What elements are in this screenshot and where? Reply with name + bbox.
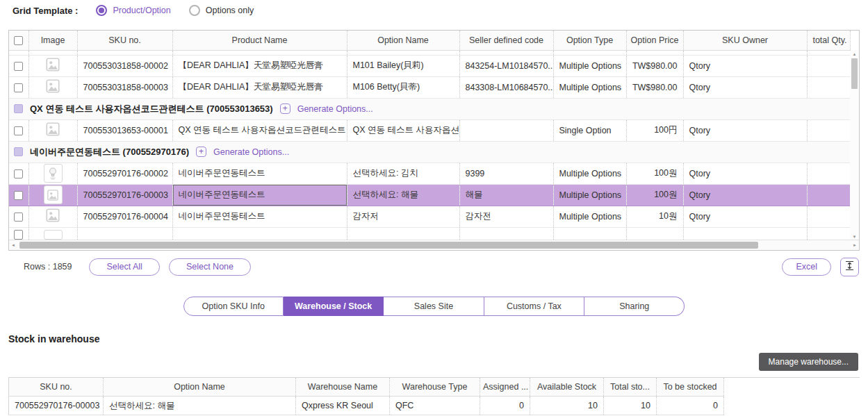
cell-total-stock: 10 (604, 397, 657, 415)
cell-seller-defined-code: 해물 (459, 184, 553, 206)
table-row[interactable]: 700553031858-00002 【DEAR DAHLIA】天堂易塑啞光唇膏… (9, 55, 850, 76)
table-row-selected[interactable]: 700552970176-00003 네이버주문연동테스트 선택하세요: 해물 … (9, 184, 850, 206)
stock-table-row[interactable]: 700552970176-00003 선택하세요: 해물 Qxpress KR … (9, 397, 860, 415)
cell-option-price: TW$980.00 (626, 76, 683, 98)
cell-option-name: 선택하세요: 해물 (104, 397, 296, 415)
tab-customs-tax[interactable]: Customs / Tax (484, 297, 584, 316)
cell-total-qty (807, 163, 850, 184)
cell-product-name: 【DEAR DAHLIA】天堂易塑啞光唇膏 (172, 55, 347, 76)
generate-options-plus-icon[interactable]: + (196, 147, 206, 157)
horizontal-scrollbar[interactable]: ◄ ► (9, 240, 859, 250)
table-row[interactable]: 700552970176-00004 네이버주문연동테스트 감자저 감자전 Mu… (9, 206, 850, 227)
tab-sharing[interactable]: Sharing (584, 297, 685, 316)
partially-scrolled-row (9, 227, 850, 240)
cell-product-name: QX 연동 테스트 사용자옵션코드관련테스트 (172, 119, 347, 141)
cell-sku-no: 700552970176-00004 (77, 206, 172, 227)
generate-options-plus-icon[interactable]: + (280, 103, 290, 114)
group-product-label: 네이버주문연동테스트 (700552970176) (30, 146, 189, 158)
column-header-option-type: Option Type (553, 31, 626, 50)
row-checkbox[interactable] (14, 62, 23, 71)
radio-selected-icon[interactable] (96, 5, 107, 16)
tab-option-sku-info[interactable]: Option SKU Info (183, 297, 284, 316)
scroll-up-icon[interactable]: ▲ (853, 51, 857, 58)
cell-option-type: Multiple Options (553, 184, 626, 206)
cell-product-name: 네이버주문연동테스트 (172, 206, 347, 227)
column-header-option-name: Option Name (347, 31, 459, 50)
partially-scrolled-row (9, 50, 850, 55)
group-checkbox[interactable] (14, 104, 23, 113)
tab-warehouse-stock[interactable]: Warehouse / Stock (284, 297, 384, 316)
column-header-sku-no: SKU no. (77, 31, 172, 50)
resize-grid-button[interactable] (840, 258, 859, 276)
table-row[interactable]: 700553031858-00003 【DEAR DAHLIA】天堂易塑啞光唇膏… (9, 76, 850, 98)
tab-sales-site[interactable]: Sales Site (384, 297, 484, 316)
horizontal-scrollbar-thumb[interactable] (19, 242, 758, 249)
group-checkbox[interactable] (14, 147, 23, 156)
table-row[interactable]: 700552970176-00002 네이버주문연동테스트 선택하세요: 김치 … (9, 163, 850, 184)
column-header-sku-owner: SKU Owner (683, 31, 807, 50)
radio-label: Product/Option (113, 6, 170, 15)
scroll-right-icon[interactable]: ► (853, 243, 857, 247)
cell-total-qty (807, 76, 850, 98)
sku-grid: Image SKU no. Product Name Option Name S… (8, 30, 860, 251)
cell-sku-owner: Qtory (683, 119, 807, 141)
cell-option-type: Multiple Options (553, 206, 626, 227)
column-header-to-be-stocked: To be stocked (657, 378, 724, 397)
row-checkbox[interactable] (14, 213, 23, 222)
grid-template-label: Grid Template : (13, 6, 78, 16)
table-row[interactable]: 700553013653-00001 QX 연동 테스트 사용자옵션코드관련테스… (9, 119, 850, 141)
cell-sku-no: 700552970176-00003 (9, 397, 104, 415)
cell-option-price: 10원 (626, 206, 683, 227)
excel-export-button[interactable]: Excel (782, 258, 831, 276)
cell-seller-defined-code: 9399 (459, 163, 553, 184)
cell-warehouse-type: QFC (390, 397, 480, 415)
row-checkbox[interactable] (14, 169, 23, 178)
vertical-scrollbar-thumb[interactable] (851, 58, 858, 89)
cell-option-name: M106 Betty(貝蒂) (347, 76, 459, 98)
column-header-seller-defined-code: Seller defined code (459, 31, 553, 50)
image-placeholder-icon (45, 215, 60, 225)
row-checkbox[interactable] (14, 191, 23, 200)
vertical-scrollbar[interactable]: ▲ ▼ (850, 51, 859, 241)
image-placeholder-icon (45, 86, 60, 96)
cell-total-qty (807, 184, 850, 206)
grid-template-radio-product-option[interactable]: Product/Option (96, 5, 170, 16)
column-header-sku-no: SKU no. (9, 378, 104, 397)
generate-options-link[interactable]: Generate Options... (297, 104, 373, 114)
select-none-button[interactable]: Select None (169, 258, 251, 276)
image-placeholder-icon (45, 129, 60, 139)
cell-option-price: 100원 (626, 184, 683, 206)
row-checkbox[interactable] (14, 126, 23, 135)
stock-header-row: SKU no. Option Name Warehouse Name Wareh… (9, 378, 860, 397)
radio-unselected-icon[interactable] (189, 5, 200, 16)
select-all-checkbox[interactable] (14, 36, 23, 45)
scroll-left-icon[interactable]: ◄ (11, 243, 15, 247)
cell-to-be-stocked: 0 (657, 397, 724, 415)
cell-option-name: QX 연동 테스트 사용자옵션코... (347, 119, 459, 141)
column-header-image: Image (28, 31, 77, 50)
group-product-label: QX 연동 테스트 사용자옵션코드관련테스트 (700553013653) (30, 103, 273, 115)
cell-sku-no: 700553031858-00002 (77, 55, 172, 76)
cell-sku-no: 700553031858-00003 (77, 76, 172, 98)
product-group-row[interactable]: 네이버주문연동테스트 (700552970176) + Generate Opt… (9, 141, 850, 163)
product-group-row[interactable]: QX 연동 테스트 사용자옵션코드관련테스트 (700553013653) + … (9, 98, 850, 119)
radio-label: Options only (206, 6, 254, 15)
cell-seller-defined-code: 843254-LM10184570... (459, 55, 553, 76)
grid-template-radio-options-only[interactable]: Options only (189, 5, 254, 16)
column-header-option-price: Option Price (626, 31, 683, 50)
expand-vertical-icon (845, 260, 854, 273)
detail-tabs: Option SKU Info Warehouse / Stock Sales … (183, 297, 685, 316)
cell-assigned: 0 (480, 397, 530, 415)
select-all-button[interactable]: Select All (89, 258, 159, 276)
cell-seller-defined-code: 843308-LM10684570... (459, 76, 553, 98)
generate-options-link[interactable]: Generate Options... (213, 147, 289, 157)
column-header-warehouse-name: Warehouse Name (296, 378, 390, 397)
column-header-total-qty: total Qty. (807, 31, 850, 50)
cell-sku-owner: Qtory (683, 184, 807, 206)
cell-total-qty (807, 119, 850, 141)
image-placeholder-icon (45, 65, 60, 74)
stock-table: SKU no. Option Name Warehouse Name Wareh… (8, 377, 860, 416)
manage-warehouse-button[interactable]: Manage warehouse... (759, 353, 858, 371)
row-checkbox[interactable] (14, 83, 23, 92)
cell-sku-owner: Qtory (683, 163, 807, 184)
